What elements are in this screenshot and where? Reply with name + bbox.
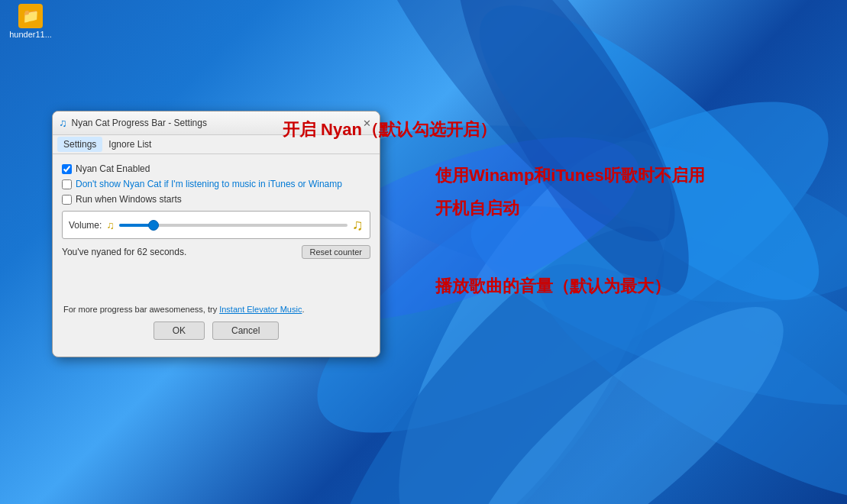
title-left: ♫ Nyan Cat Progress Bar - Settings bbox=[59, 117, 207, 129]
footer-text-after: . bbox=[302, 305, 304, 314]
volume-label: Volume: bbox=[69, 220, 102, 231]
settings-dialog: ♫ Nyan Cat Progress Bar - Settings ✕ Set… bbox=[52, 111, 380, 357]
ignore-itunes-label[interactable]: Don't show Nyan Cat if I'm listening to … bbox=[76, 179, 342, 189]
volume-note-small-icon: ♫ bbox=[106, 219, 115, 231]
ignore-itunes-row: Don't show Nyan Cat if I'm listening to … bbox=[62, 179, 370, 189]
dialog-body: Nyan Cat Enabled Don't show Nyan Cat if … bbox=[53, 154, 380, 357]
volume-box: Volume: ♫ ♫ bbox=[62, 211, 370, 239]
footer-link[interactable]: Instant Elevator Music bbox=[219, 305, 302, 314]
reset-counter-button[interactable]: Reset counter bbox=[302, 245, 370, 259]
nyaned-text: You've nyaned for 62 seconds. bbox=[62, 247, 186, 257]
volume-slider-container[interactable] bbox=[119, 218, 348, 233]
cancel-button[interactable]: Cancel bbox=[212, 321, 279, 340]
nyan-enabled-checkbox[interactable] bbox=[62, 164, 72, 174]
run-startup-checkbox[interactable] bbox=[62, 195, 72, 205]
desktop-icon[interactable]: 📁 hunder11... bbox=[4, 4, 57, 39]
annotation-winamp: 使用Winamp和iTunes听歌时不启用 bbox=[435, 164, 705, 188]
nyaned-counter-row: You've nyaned for 62 seconds. Reset coun… bbox=[62, 245, 370, 259]
volume-slider-thumb[interactable] bbox=[148, 220, 159, 231]
dialog-title-text: Nyan Cat Progress Bar - Settings bbox=[72, 118, 207, 128]
annotation-autostart: 开机自启动 bbox=[435, 197, 519, 220]
run-startup-row: Run when Windows starts bbox=[62, 194, 370, 205]
volume-note-large-icon: ♫ bbox=[352, 216, 364, 234]
desktop-icon-label: hunder11... bbox=[9, 30, 52, 39]
annotation-nyan: 开启 Nyan（默认勾选开启） bbox=[283, 118, 496, 141]
dialog-title-icon: ♫ bbox=[59, 117, 67, 129]
menu-item-settings[interactable]: Settings bbox=[57, 137, 102, 152]
nyan-enabled-label[interactable]: Nyan Cat Enabled bbox=[76, 163, 150, 174]
nyan-enabled-row: Nyan Cat Enabled bbox=[62, 163, 370, 174]
dialog-action-buttons: OK Cancel bbox=[62, 321, 370, 347]
ignore-itunes-checkbox[interactable] bbox=[62, 179, 72, 189]
menu-item-ignore-list[interactable]: Ignore List bbox=[102, 137, 157, 152]
run-startup-label[interactable]: Run when Windows starts bbox=[76, 194, 182, 205]
ok-button[interactable]: OK bbox=[154, 321, 205, 340]
footer-text: For more progress bar awesomeness, try I… bbox=[62, 305, 370, 314]
annotation-volume: 播放歌曲的音量（默认为最大） bbox=[435, 275, 671, 299]
desktop-icon-image: 📁 bbox=[18, 4, 43, 28]
footer-text-before: For more progress bar awesomeness, try bbox=[63, 305, 219, 314]
